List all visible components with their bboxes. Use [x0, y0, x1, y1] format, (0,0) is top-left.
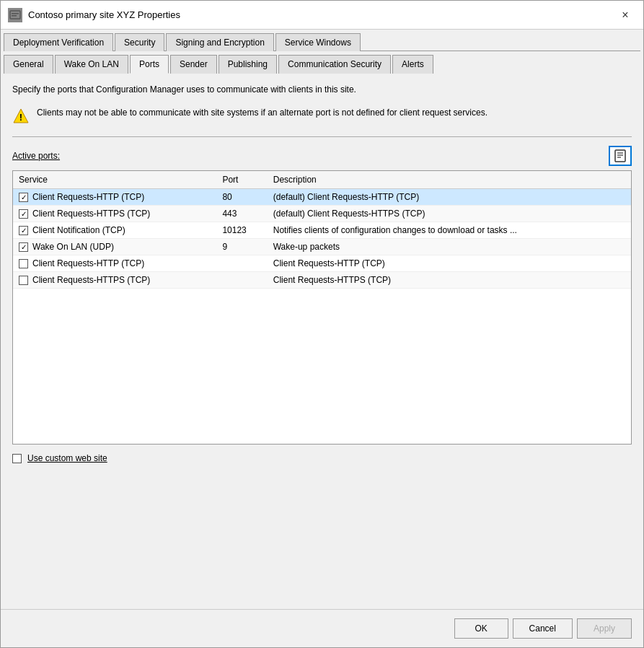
properties-dialog: Contoso primary site XYZ Properties × De…: [0, 0, 644, 648]
tabs-row1: Deployment Verification Security Signing…: [1, 30, 643, 51]
row-checkbox[interactable]: [19, 193, 28, 202]
table-cell-service: Wake On LAN (UDP): [13, 239, 216, 255]
ok-button[interactable]: OK: [454, 618, 508, 639]
use-custom-website-checkbox[interactable]: [12, 454, 22, 463]
tab-publishing[interactable]: Publishing: [219, 55, 277, 74]
document-list-icon: [613, 149, 627, 163]
table-cell-service: Client Requests-HTTP (TCP): [13, 255, 216, 272]
warning-icon: !: [12, 108, 30, 125]
table-cell-port: 80: [216, 189, 267, 206]
tab-wake-on-lan[interactable]: Wake On LAN: [55, 55, 128, 74]
row-checkbox[interactable]: [19, 276, 28, 285]
col-service: Service: [13, 171, 216, 189]
table-cell-port: [216, 255, 267, 272]
warning-text: Clients may not be able to communicate w…: [37, 106, 488, 119]
service-name: Client Requests-HTTP (TCP): [32, 192, 144, 202]
table-cell-port: 443: [216, 206, 267, 222]
tab-security[interactable]: Security: [115, 33, 164, 51]
active-ports-label: Active ports:: [12, 151, 60, 161]
table-row[interactable]: Client Requests-HTTPS (TCP)443(default) …: [13, 206, 631, 222]
table-cell-description: (default) Client Requests-HTTPS (TCP): [268, 206, 631, 222]
svg-rect-0: [10, 11, 20, 19]
svg-rect-1: [12, 13, 19, 14]
window-icon: [8, 8, 22, 22]
title-bar: Contoso primary site XYZ Properties ×: [1, 1, 643, 30]
row-checkbox[interactable]: [19, 209, 28, 219]
footer: OK Cancel Apply: [1, 609, 643, 647]
tabs-row2: General Wake On LAN Ports Sender Publish…: [1, 51, 643, 73]
ports-toolbar-button[interactable]: [609, 146, 632, 166]
table-row[interactable]: Wake On LAN (UDP)9Wake-up packets: [13, 239, 631, 255]
ports-table: Service Port Description Client Requests…: [13, 171, 631, 289]
table-row[interactable]: Client Requests-HTTP (TCP)Client Request…: [13, 255, 631, 272]
table-cell-service: Client Notification (TCP): [13, 222, 216, 239]
table-cell-description: Client Requests-HTTPS (TCP): [268, 272, 631, 289]
row-checkbox[interactable]: [19, 226, 28, 235]
service-name: Client Requests-HTTP (TCP): [32, 258, 144, 268]
svg-text:!: !: [19, 112, 22, 123]
table-cell-description: Notifies clients of configuration change…: [268, 222, 631, 239]
title-bar-left: Contoso primary site XYZ Properties: [8, 8, 180, 22]
table-cell-description: (default) Client Requests-HTTP (TCP): [268, 189, 631, 206]
service-name: Client Requests-HTTPS (TCP): [32, 275, 150, 285]
cancel-button[interactable]: Cancel: [513, 618, 573, 639]
table-cell-description: Wake-up packets: [268, 239, 631, 255]
svg-rect-5: [615, 150, 625, 162]
table-row[interactable]: Client Notification (TCP)10123Notifies c…: [13, 222, 631, 239]
service-name: Wake On LAN (UDP): [32, 242, 114, 252]
table-cell-service: Client Requests-HTTP (TCP): [13, 189, 216, 206]
service-name: Client Requests-HTTPS (TCP): [32, 209, 150, 219]
custom-site-row: Use custom web site: [12, 453, 632, 463]
tab-general[interactable]: General: [4, 55, 53, 74]
divider: [12, 136, 632, 137]
row-checkbox[interactable]: [19, 242, 28, 252]
table-header-row: Service Port Description: [13, 171, 631, 189]
table-row[interactable]: Client Requests-HTTP (TCP)80(default) Cl…: [13, 189, 631, 206]
tab-ports[interactable]: Ports: [130, 55, 169, 74]
tab-service-windows[interactable]: Service Windows: [275, 33, 361, 51]
svg-rect-2: [12, 15, 17, 17]
table-cell-port: 10123: [216, 222, 267, 239]
table-cell-service: Client Requests-HTTPS (TCP): [13, 272, 216, 289]
row-checkbox[interactable]: [19, 259, 28, 268]
service-name: Client Notification (TCP): [32, 225, 125, 235]
apply-button[interactable]: Apply: [577, 618, 632, 639]
warning-box: ! Clients may not be able to communicate…: [12, 103, 632, 128]
custom-site-label: Use custom web site: [27, 453, 107, 463]
col-port: Port: [216, 171, 267, 189]
table-cell-service: Client Requests-HTTPS (TCP): [13, 206, 216, 222]
table-cell-port: [216, 272, 267, 289]
active-ports-header: Active ports:: [12, 146, 632, 166]
description-text: Specify the ports that Configuration Man…: [12, 84, 632, 95]
table-cell-port: 9: [216, 239, 267, 255]
tab-communication-security[interactable]: Communication Security: [278, 55, 391, 74]
col-description: Description: [268, 171, 631, 189]
tab-deployment-verification[interactable]: Deployment Verification: [4, 33, 113, 51]
window-title: Contoso primary site XYZ Properties: [28, 9, 180, 20]
tab-sender[interactable]: Sender: [170, 55, 217, 74]
table-row[interactable]: Client Requests-HTTPS (TCP)Client Reques…: [13, 272, 631, 289]
close-button[interactable]: ×: [614, 6, 636, 24]
tab-signing-encryption[interactable]: Signing and Encryption: [166, 33, 273, 51]
ports-table-container: Service Port Description Client Requests…: [12, 170, 632, 445]
table-cell-description: Client Requests-HTTP (TCP): [268, 255, 631, 272]
content-area: Specify the ports that Configuration Man…: [1, 73, 643, 609]
tab-alerts[interactable]: Alerts: [392, 55, 433, 74]
